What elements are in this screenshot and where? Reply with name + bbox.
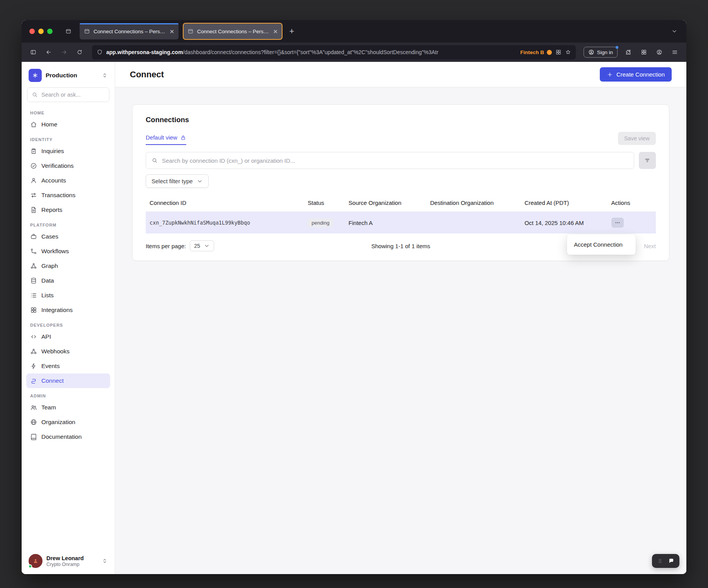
sidebar-item-connect[interactable]: Connect <box>26 373 110 388</box>
sidebar-search[interactable] <box>27 87 109 102</box>
connections-search[interactable] <box>146 152 634 169</box>
tab-favicon <box>187 28 194 34</box>
tab-close-icon[interactable]: ✕ <box>273 29 278 34</box>
chevron-updown-icon <box>102 558 108 564</box>
sidebar-item-integrations[interactable]: Integrations <box>26 303 110 317</box>
sidebar-item-label: Home <box>41 121 57 128</box>
tab-container-indicator <box>80 23 179 24</box>
connections-card: Connections Default view Save view <box>132 104 669 261</box>
sidebar-item-team[interactable]: Team <box>26 400 110 415</box>
tab-favicon <box>84 28 90 34</box>
created-at-cell: Oct 14, 2025 10:46 AM <box>521 212 607 234</box>
profile-button[interactable] <box>652 46 666 59</box>
firefox-view-button[interactable] <box>62 25 75 38</box>
sidebar-item-cases[interactable]: Cases <box>26 229 110 244</box>
applications-grid-button[interactable] <box>637 46 651 59</box>
maximize-window-button[interactable] <box>47 29 53 34</box>
persona-logo <box>29 69 42 82</box>
sidebar-search-input[interactable] <box>41 92 105 98</box>
user-menu[interactable]: Drew Leonard Crypto Onramp <box>26 551 110 569</box>
chat-bubble-icon[interactable] <box>668 558 674 564</box>
browser-nav-bar: app.withpersona-staging.com/dashboard/co… <box>22 43 686 62</box>
sidebar-item-documentation[interactable]: Documentation <box>26 429 110 444</box>
row-actions-button[interactable] <box>611 218 624 228</box>
back-button[interactable] <box>42 46 56 59</box>
close-window-button[interactable] <box>29 29 35 34</box>
col-destination-organization: Destination Organization <box>426 194 521 212</box>
status-badge: pending <box>308 218 333 227</box>
support-chat-widget[interactable] <box>652 554 679 568</box>
select-filter-type-button[interactable]: Select filter type <box>146 174 209 188</box>
online-status-dot <box>28 564 32 568</box>
filter-button[interactable] <box>639 152 656 169</box>
table-row[interactable]: cxn_7ZupkNwkhNifaSMuqa1L99kyBbqo pending… <box>146 212 656 234</box>
sidebar-toggle-button[interactable] <box>26 46 40 59</box>
sidebar-item-data[interactable]: Data <box>26 273 110 288</box>
sidebar-item-verifications[interactable]: Verifications <box>26 159 110 173</box>
extension-badge-label: Fintech B <box>520 49 544 55</box>
drag-grip-icon[interactable] <box>657 558 663 564</box>
sidebar-item-lists[interactable]: Lists <box>26 288 110 303</box>
ellipsis-icon <box>614 220 621 226</box>
browser-window: Connect Connections – Persona ✕ Connect … <box>22 20 686 574</box>
grid-squares-icon <box>30 307 37 314</box>
minimize-window-button[interactable] <box>38 29 44 34</box>
clipboard-icon <box>30 148 37 155</box>
sidebar-item-home[interactable]: Home <box>26 117 110 132</box>
sidebar-item-inquiries[interactable]: Inquiries <box>26 144 110 159</box>
notification-dot <box>616 46 618 49</box>
items-per-page-label: Items per page: <box>146 243 186 249</box>
create-connection-label: Create Connection <box>616 71 665 78</box>
sidebar-item-events[interactable]: Events <box>26 359 110 373</box>
extensions-button[interactable] <box>621 46 635 59</box>
new-tab-button[interactable]: + <box>285 25 298 38</box>
menu-button[interactable] <box>668 46 682 59</box>
forward-button[interactable] <box>57 46 71 59</box>
graph-nodes-icon <box>30 262 37 269</box>
sidebar-item-webhooks[interactable]: Webhooks <box>26 344 110 359</box>
sidebar-item-label: Documentation <box>41 433 82 440</box>
sidebar-item-workflows[interactable]: Workflows <box>26 244 110 259</box>
items-per-page-value: 25 <box>194 243 200 249</box>
workspace-switcher[interactable]: Production <box>26 68 110 87</box>
sidebar-item-transactions[interactable]: Transactions <box>26 188 110 203</box>
sidebar-item-reports[interactable]: Reports <box>26 203 110 217</box>
chevron-down-icon <box>671 28 677 34</box>
search-icon <box>32 92 38 98</box>
reload-button[interactable] <box>73 46 87 59</box>
search-row <box>146 152 656 169</box>
sidebar-item-accounts[interactable]: Accounts <box>26 173 110 188</box>
list-all-tabs-button[interactable] <box>668 25 681 38</box>
tracking-protection-shield-icon <box>97 49 103 55</box>
sidebar-item-organization[interactable]: Organization <box>26 415 110 429</box>
sidebar-item-graph[interactable]: Graph <box>26 259 110 273</box>
tab-close-icon[interactable]: ✕ <box>169 29 174 34</box>
firefox-sign-in-button[interactable]: Sign in <box>584 47 618 58</box>
browser-tab-2-active[interactable]: Connect Connections – Persona ✕ <box>183 23 282 39</box>
team-icon <box>30 404 37 411</box>
sidebar-item-label: Integrations <box>41 307 73 314</box>
browser-tab-1[interactable]: Connect Connections – Persona ✕ <box>80 23 179 39</box>
url-text: app.withpersona-staging.com/dashboard/co… <box>106 49 517 55</box>
extension-badge[interactable]: Fintech B <box>520 49 552 55</box>
puzzle-icon <box>625 49 631 55</box>
sidebar-item-label: Data <box>41 277 54 284</box>
bookmark-star-icon[interactable] <box>565 49 571 55</box>
user-meta: Drew Leonard Crypto Onramp <box>46 555 98 567</box>
sidebar-item-label: Transactions <box>41 192 75 199</box>
view-tabs-row: Default view Save view <box>146 132 656 145</box>
save-view-button[interactable]: Save view <box>618 132 656 145</box>
sidebar-item-api[interactable]: API <box>26 329 110 344</box>
tab-default-view[interactable]: Default view <box>146 134 186 145</box>
col-status: Status <box>304 194 345 212</box>
next-page-button[interactable]: Next <box>644 243 656 249</box>
page-actions-grid-icon[interactable] <box>555 49 562 55</box>
accept-connection-menu-item[interactable]: Accept Connection <box>567 237 636 252</box>
sidebar-item-label: Workflows <box>41 248 69 255</box>
url-bar[interactable]: app.withpersona-staging.com/dashboard/co… <box>92 45 576 60</box>
sidebar-item-label: Team <box>41 404 56 411</box>
connections-table-area: Connection ID Status Source Organization… <box>146 194 656 251</box>
connections-search-input[interactable] <box>162 157 628 164</box>
items-per-page-select[interactable]: 25 <box>190 240 214 251</box>
create-connection-button[interactable]: Create Connection <box>600 67 672 82</box>
